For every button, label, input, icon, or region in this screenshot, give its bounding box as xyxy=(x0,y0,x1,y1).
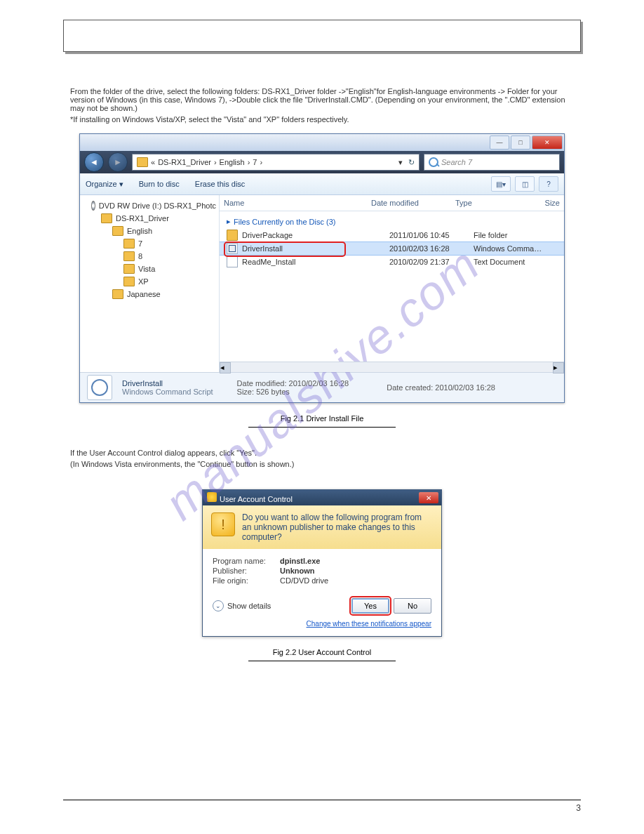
uac-header: ! Do you want to allow the following pro… xyxy=(203,505,441,549)
col-type[interactable]: Type xyxy=(455,199,532,207)
page-footer: 3 xyxy=(63,800,581,813)
group-header[interactable]: ▸Files Currently on the Disc (3) xyxy=(220,211,564,229)
organize-menu[interactable]: Organize ▾ xyxy=(86,180,123,189)
page-header-box xyxy=(63,20,581,52)
figure-1-caption: Fig 2.1 Driver Install File xyxy=(63,414,581,423)
back-button[interactable]: ◄ xyxy=(84,152,104,172)
uac-link-row: Change when these notifications appear xyxy=(203,616,441,636)
details-name: DriverInstall xyxy=(122,379,213,388)
search-icon xyxy=(429,157,438,167)
horizontal-scrollbar[interactable]: ◂ ▸ xyxy=(220,362,564,372)
explorer-toolbar: Organize ▾ Burn to disc Erase this disc … xyxy=(80,173,564,195)
folder-icon xyxy=(123,239,135,249)
warning-shield-icon: ! xyxy=(211,512,235,536)
tree-item[interactable]: DVD RW Drive (I:) DS-RX1_Photc xyxy=(83,199,216,212)
tree-item[interactable]: XP xyxy=(83,275,216,288)
minimize-button[interactable]: — xyxy=(490,135,509,150)
instruction-2: *If installing on Windows Vista/XP, sele… xyxy=(70,115,581,124)
folder-icon xyxy=(112,289,123,299)
tree-item[interactable]: English xyxy=(83,225,216,237)
breadcrumb-prefix: « xyxy=(151,158,155,166)
search-box[interactable]: Search 7 xyxy=(424,154,560,171)
folder-icon xyxy=(137,157,148,167)
tree-item[interactable]: Japanese xyxy=(83,288,216,300)
details-icon xyxy=(87,375,112,400)
preview-pane-button[interactable]: ◫ xyxy=(515,176,535,192)
folder-icon xyxy=(123,251,135,261)
figure-rule xyxy=(248,661,396,661)
view-icon-button[interactable]: ▤▾ xyxy=(491,176,511,192)
uac-titlebar: User Account Control ✕ xyxy=(203,490,441,505)
explorer-window: — □ ✕ ◄ ► « DS-RX1_Driver› English› 7› ▾… xyxy=(79,133,565,403)
scroll-left-button[interactable]: ◂ xyxy=(220,362,231,373)
burn-button[interactable]: Burn to disc xyxy=(139,180,180,188)
window-titlebar: — □ ✕ xyxy=(80,134,564,151)
uac-body: Program name:dpinstl.exe Publisher:Unkno… xyxy=(203,549,441,593)
chevron-down-icon: ⌄ xyxy=(213,600,224,611)
folder-icon xyxy=(123,277,135,286)
folder-icon xyxy=(227,230,238,241)
tree-item[interactable]: DS-RX1_Driver xyxy=(83,212,216,225)
erase-button[interactable]: Erase this disc xyxy=(195,180,246,188)
change-notifications-link[interactable]: Change when these notifications appear xyxy=(307,620,431,628)
figure-rule xyxy=(248,427,396,428)
txt-icon xyxy=(227,256,238,267)
uac-title: User Account Control xyxy=(220,495,293,503)
col-date[interactable]: Date modified xyxy=(371,199,455,207)
disc-icon xyxy=(91,201,95,211)
col-size[interactable]: Size xyxy=(532,199,560,207)
breadcrumb-seg-0[interactable]: DS-RX1_Driver xyxy=(158,158,211,166)
scroll-right-button[interactable]: ▸ xyxy=(553,362,564,373)
uac-question: Do you want to allow the following progr… xyxy=(242,512,433,542)
help-button[interactable]: ? xyxy=(539,176,558,192)
shield-icon xyxy=(207,492,217,502)
uac-dialog: User Account Control ✕ ! Do you want to … xyxy=(202,489,442,637)
tree-item[interactable]: 8 xyxy=(83,250,216,263)
forward-button[interactable]: ► xyxy=(108,152,128,172)
no-button[interactable]: No xyxy=(394,598,431,614)
close-button[interactable]: ✕ xyxy=(532,135,563,150)
breadcrumb-seg-2[interactable]: 7 xyxy=(253,158,257,166)
yes-button[interactable]: Yes xyxy=(351,598,389,614)
details-pane: DriverInstall Windows Command Script Dat… xyxy=(80,372,564,402)
folder-icon xyxy=(123,264,135,274)
file-row-selected[interactable]: DriverInstall 2010/02/03 16:28 Windows C… xyxy=(220,241,564,256)
gear-icon xyxy=(91,379,108,396)
col-name[interactable]: Name xyxy=(224,199,371,207)
close-button[interactable]: ✕ xyxy=(419,492,438,503)
nav-tree[interactable]: DVD RW Drive (I:) DS-RX1_Photc DS-RX1_Dr… xyxy=(80,195,220,372)
figure-2-caption: Fig 2.2 User Account Control xyxy=(63,648,581,656)
column-headers[interactable]: Name Date modified Type Size xyxy=(220,195,564,211)
page-number: 3 xyxy=(576,803,581,813)
breadcrumb-seg-1[interactable]: English xyxy=(220,158,245,166)
folder-icon xyxy=(101,213,112,223)
uac-instruction-1: If the User Account Control dialog appea… xyxy=(70,449,581,457)
bat-icon xyxy=(227,243,238,254)
uac-instruction-2: (In Windows Vista environments, the "Con… xyxy=(70,460,581,468)
tree-item[interactable]: Vista xyxy=(83,263,216,275)
file-row[interactable]: DriverPackage 2011/01/06 10:45 File fold… xyxy=(220,229,564,241)
maximize-button[interactable]: □ xyxy=(511,135,530,150)
tree-item[interactable]: 7 xyxy=(83,237,216,250)
file-row[interactable]: ReadMe_Install 2010/02/09 21:37 Text Doc… xyxy=(220,256,564,268)
folder-icon xyxy=(112,226,123,236)
nav-bar: ◄ ► « DS-RX1_Driver› English› 7› ▾↻ Sear… xyxy=(80,151,564,173)
instruction-1: From the folder of the drive, select the… xyxy=(70,87,581,112)
details-subtitle: Windows Command Script xyxy=(122,388,213,396)
search-placeholder: Search 7 xyxy=(441,158,472,166)
show-details-toggle[interactable]: ⌄ Show details xyxy=(213,600,271,611)
file-list-pane: Name Date modified Type Size ▸Files Curr… xyxy=(220,195,564,372)
address-bar[interactable]: « DS-RX1_Driver› English› 7› ▾↻ xyxy=(132,154,420,171)
